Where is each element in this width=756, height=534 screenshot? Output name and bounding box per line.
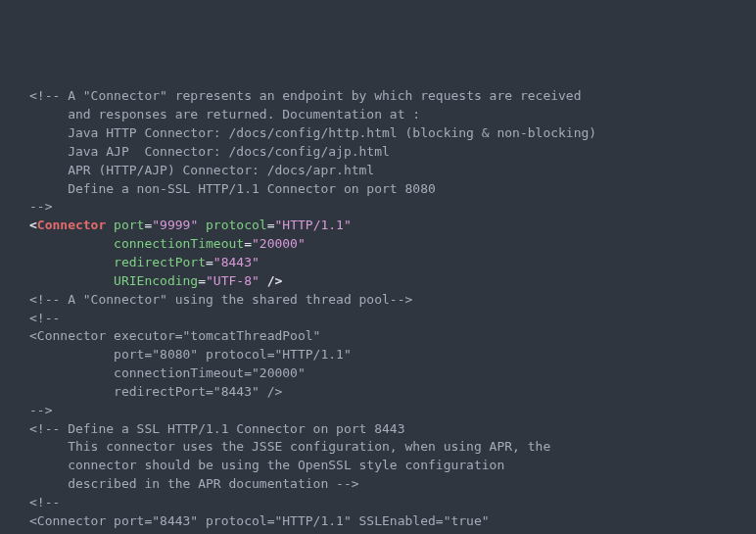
attr-value: "8443"	[213, 255, 260, 269]
comment-text: redirectPort="8443" />	[29, 384, 282, 399]
equals: =	[198, 273, 206, 288]
comment-open: <!--	[29, 495, 60, 510]
comment-text: A "Connector" represents an endpoint by …	[60, 88, 581, 103]
comment-text: and responses are returned. Documentatio…	[29, 107, 420, 121]
comment-text: Define a SSL HTTP/1.1 Connector on port …	[60, 421, 404, 436]
tag-close: />	[267, 273, 283, 288]
code-block: <!-- A "Connector" represents an endpoin…	[29, 87, 746, 534]
attr-value: "9999"	[152, 218, 198, 232]
attr-value: "HTTP/1.1"	[275, 218, 352, 232]
comment-text: <!-- A "Connector" using the shared thre…	[29, 292, 412, 307]
comment-text: port="8080" protocol="HTTP/1.1"	[29, 347, 352, 362]
comment-text: This connector uses the JSSE configurati…	[29, 439, 550, 454]
comment-text: <Connector executor="tomcatThreadPool"	[29, 328, 320, 343]
tag-name: Connector	[37, 218, 106, 232]
comment-open: <!--	[29, 88, 60, 103]
comment-open: <!--	[29, 421, 60, 436]
attr-value: "20000"	[252, 236, 306, 251]
equals: =	[244, 236, 252, 251]
attr-value: "UTF-8"	[206, 273, 260, 288]
comment-close: -->	[336, 476, 358, 491]
attr-name: protocol	[206, 218, 267, 232]
comment-text: connector should be using the OpenSSL st…	[29, 458, 504, 472]
equals: =	[267, 218, 275, 232]
comment-open: <!--	[29, 311, 60, 325]
attr-name: port	[114, 218, 144, 232]
attr-name: redirectPort	[114, 255, 206, 269]
comment-text: Define a non-SSL HTTP/1.1 Connector on p…	[29, 181, 436, 196]
comment-text: Java HTTP Connector: /docs/config/http.h…	[29, 125, 596, 140]
comment-close: -->	[29, 403, 52, 417]
comment-text: Java AJP Connector: /docs/config/ajp.htm…	[29, 144, 390, 159]
attr-name: URIEncoding	[114, 273, 198, 288]
comment-text: <Connector port="8443" protocol="HTTP/1.…	[29, 513, 490, 528]
equals: =	[206, 255, 213, 269]
comment-text: described in the APR documentation	[29, 476, 336, 491]
attr-name: connectionTimeout	[114, 236, 244, 251]
tag-open: <	[29, 218, 37, 232]
comment-close: -->	[29, 199, 52, 214]
comment-text: connectionTimeout="20000"	[29, 365, 306, 380]
comment-text: APR (HTTP/AJP) Connector: /docs/apr.html	[29, 163, 374, 177]
